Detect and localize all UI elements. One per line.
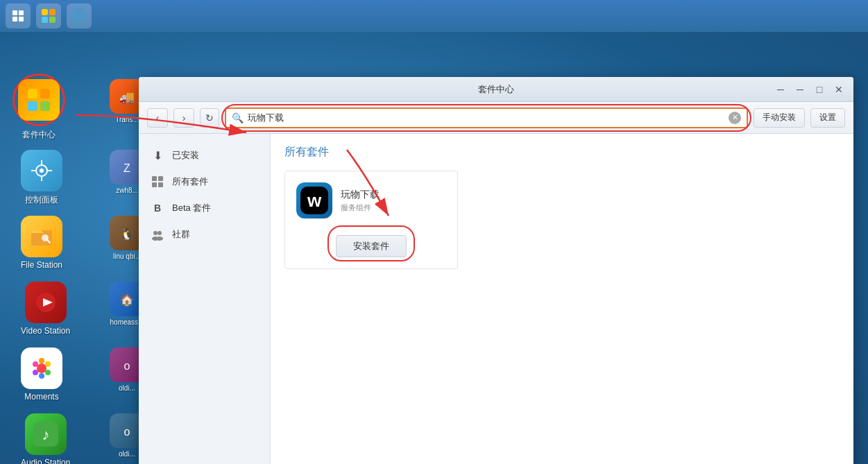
installed-label: 已安装 (172, 149, 199, 162)
svg-point-33 (33, 361, 38, 367)
window-minimize-button[interactable]: ─ (791, 82, 809, 97)
svg-rect-6 (42, 17, 48, 23)
desktop-icon-video-station[interactable]: Video Station (21, 282, 70, 336)
linux-label: linu qbi... (113, 252, 141, 260)
desktop-icon-moments[interactable]: Moments (21, 347, 62, 402)
forward-button[interactable]: › (173, 108, 194, 128)
svg-rect-43 (158, 176, 163, 181)
svg-rect-2 (12, 17, 17, 22)
main-panel: 所有套件 w 玩物下载 服务组件 (271, 134, 853, 464)
package-center-icon-img (18, 79, 60, 121)
search-clear-button[interactable]: ✕ (729, 112, 741, 124)
installed-icon: ⬇ (150, 148, 165, 163)
svg-text:Z: Z (124, 162, 130, 174)
svg-point-30 (45, 370, 51, 375)
sidebar-item-community[interactable]: 社群 (139, 221, 270, 248)
trans-label: Trans... (115, 116, 139, 123)
svg-point-46 (153, 231, 158, 235)
video-station-icon-img (25, 282, 67, 323)
taskbar-package-center[interactable] (36, 3, 61, 28)
window-controls: ─ ─ □ ✕ (772, 82, 848, 97)
window-toolbar: ‹ › ↻ 🔍 ✕ 手动安装 设置 (139, 102, 853, 134)
window-unpin-button[interactable]: ─ (772, 82, 790, 97)
package-center-highlight-circle (12, 74, 65, 126)
taskbar-browser[interactable] (67, 3, 92, 28)
all-packages-icon (150, 174, 165, 189)
install-button[interactable]: 安装套件 (336, 235, 407, 257)
svg-text:w: w (307, 190, 322, 211)
package-description: 服务组件 (341, 203, 446, 213)
zwh8-label: zwh8... (116, 187, 138, 194)
package-center-label: 套件中心 (22, 129, 56, 141)
svg-text:🚚: 🚚 (119, 89, 135, 105)
desktop-icon-control-panel[interactable]: 控制面板 (21, 150, 62, 206)
window-titlebar: 套件中心 ─ ─ □ ✕ (139, 77, 853, 102)
svg-rect-1 (19, 10, 24, 15)
video-station-label: Video Station (21, 326, 70, 336)
svg-point-32 (33, 370, 38, 375)
svg-point-28 (39, 358, 44, 363)
window-close-button[interactable]: ✕ (830, 82, 848, 97)
sidebar-item-all-packages[interactable]: 所有套件 (139, 169, 270, 195)
beta-icon: B (150, 200, 165, 216)
back-button[interactable]: ‹ (147, 108, 168, 128)
old2-label: oldi... (119, 450, 135, 458)
window-title: 套件中心 (478, 83, 514, 96)
beta-label: Beta 套件 (172, 202, 211, 214)
svg-point-49 (156, 237, 163, 241)
desktop-icon-package-center[interactable]: 套件中心 (12, 74, 65, 141)
moments-label: Moments (24, 392, 58, 402)
svg-rect-14 (28, 101, 37, 111)
window-content: ⬇ 已安装 所有套件 B Bet (139, 134, 853, 464)
package-card: w 玩物下载 服务组件 安装套件 (284, 171, 458, 269)
file-station-label: File Station (21, 260, 62, 270)
package-logo: w (296, 182, 332, 218)
manual-install-button[interactable]: 手动安装 (754, 108, 805, 128)
sidebar-item-beta[interactable]: B Beta 套件 (139, 195, 270, 221)
audio-station-icon-img: ♪ (25, 413, 67, 455)
old-label: oldi... (119, 384, 135, 392)
package-header: w 玩物下载 服务组件 (296, 182, 446, 218)
control-panel-icon-img (21, 150, 62, 191)
svg-point-17 (40, 169, 44, 173)
search-icon: 🔍 (232, 112, 244, 123)
desktop: 套件中心 控制面板 File Station (0, 32, 868, 464)
svg-rect-13 (40, 89, 50, 98)
svg-rect-4 (42, 9, 48, 15)
package-name: 玩物下载 (341, 189, 446, 201)
svg-text:♪: ♪ (42, 426, 49, 443)
settings-button[interactable]: 设置 (810, 108, 845, 128)
search-container: 🔍 ✕ (225, 108, 748, 128)
taskbar-grid-button[interactable] (6, 3, 31, 28)
install-button-wrapper: 安装套件 (336, 230, 407, 257)
search-input[interactable] (248, 112, 729, 123)
package-center-window: 套件中心 ─ ─ □ ✕ ‹ › ↻ 🔍 ✕ 手动安装 设置 (139, 77, 853, 464)
sidebar: ⬇ 已安装 所有套件 B Bet (139, 134, 271, 464)
desktop-icon-file-station[interactable]: File Station (21, 216, 62, 270)
svg-rect-5 (49, 9, 56, 15)
svg-text:🐧: 🐧 (120, 227, 134, 241)
svg-rect-42 (152, 176, 157, 181)
svg-rect-45 (158, 182, 163, 187)
svg-point-47 (158, 231, 162, 235)
svg-text:o: o (124, 426, 130, 438)
audio-station-label: Audio Station (21, 458, 70, 464)
community-label: 社群 (172, 228, 190, 241)
svg-text:🏠: 🏠 (120, 293, 134, 307)
svg-rect-44 (152, 182, 157, 187)
svg-rect-7 (49, 17, 56, 23)
svg-rect-0 (12, 10, 17, 15)
control-panel-label: 控制面板 (25, 194, 58, 206)
package-info: 玩物下载 服务组件 (341, 189, 446, 213)
sidebar-item-installed[interactable]: ⬇ 已安装 (139, 142, 270, 169)
desktop-icon-audio-station[interactable]: ♪ Audio Station (21, 413, 70, 464)
svg-point-31 (39, 373, 44, 379)
window-maximize-button[interactable]: □ (810, 82, 828, 97)
svg-text:o: o (124, 360, 130, 372)
section-title: 所有套件 (284, 145, 840, 160)
svg-point-29 (45, 361, 51, 367)
svg-rect-3 (19, 17, 24, 22)
svg-rect-15 (40, 101, 50, 111)
moments-icon-img (21, 347, 62, 389)
refresh-button[interactable]: ↻ (200, 108, 219, 128)
